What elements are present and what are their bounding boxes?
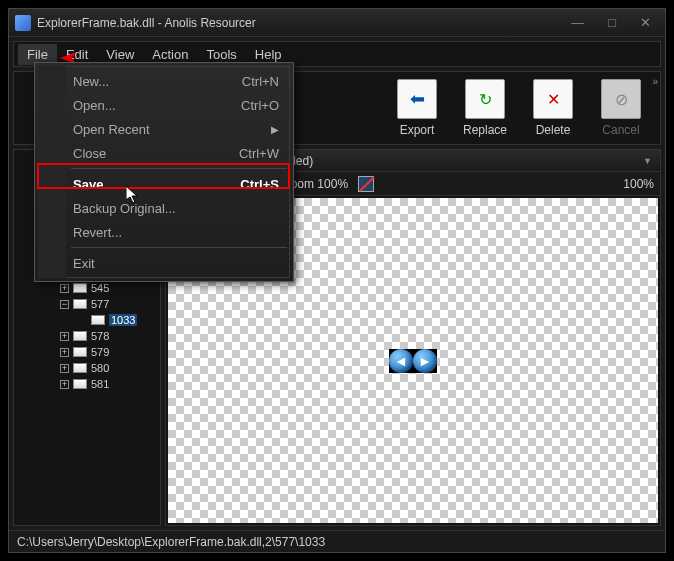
statusbar: C:\Users\Jerry\Desktop\ExplorerFrame.bak… (9, 530, 665, 552)
toolbar-overflow-icon[interactable]: » (652, 76, 658, 87)
menu-item-backup[interactable]: Backup Original... (39, 196, 289, 220)
cancel-button: ⊘ Cancel (590, 75, 652, 141)
menu-item-open[interactable]: Open... Ctrl+O (39, 93, 289, 117)
tree-expand-icon[interactable]: + (60, 284, 69, 293)
tree-expand-icon[interactable]: + (60, 380, 69, 389)
back-arrow-icon: ◄ (389, 349, 413, 373)
cancel-icon: ⊘ (601, 79, 641, 119)
export-icon: ⬅ (397, 79, 437, 119)
tree-item[interactable]: +545 (14, 280, 160, 296)
tree-label: 1033 (109, 314, 137, 326)
tree-item[interactable]: −577 (14, 296, 160, 312)
tree-label: 579 (91, 346, 109, 358)
forward-arrow-icon: ► (413, 349, 437, 373)
app-icon (15, 15, 31, 31)
tree-label: 581 (91, 378, 109, 390)
tree-expand-icon[interactable]: + (60, 364, 69, 373)
tree-expand-icon[interactable]: − (60, 300, 69, 309)
menu-item-revert[interactable]: Revert... (39, 220, 289, 244)
menu-separator (71, 168, 287, 169)
menu-item-close[interactable]: Close Ctrl+W (39, 141, 289, 165)
tree-item[interactable]: +578 (14, 328, 160, 344)
maximize-button[interactable]: □ (600, 13, 624, 32)
close-button[interactable]: ✕ (632, 13, 659, 32)
tree-label: 580 (91, 362, 109, 374)
tree-item[interactable]: +581 (14, 376, 160, 392)
replace-button[interactable]: ↻ Replace (454, 75, 516, 141)
resource-icon (73, 283, 87, 293)
resource-icon (91, 315, 105, 325)
tree-expand-icon[interactable]: + (60, 332, 69, 341)
resource-icon (73, 379, 87, 389)
window-title: ExplorerFrame.bak.dll - Anolis Resourcer (37, 16, 563, 30)
status-path: C:\Users\Jerry\Desktop\ExplorerFrame.bak… (17, 535, 325, 549)
menu-separator (71, 247, 287, 248)
toggle-bg-icon[interactable] (358, 176, 374, 192)
export-button[interactable]: ⬅ Export (386, 75, 448, 141)
tree-expand-icon[interactable]: + (60, 348, 69, 357)
delete-button[interactable]: ✕ Delete (522, 75, 584, 141)
menu-item-exit[interactable]: Exit (39, 251, 289, 275)
tree-label: 577 (91, 298, 109, 310)
tree-item[interactable]: 1033 (14, 312, 160, 328)
submenu-arrow-icon: ▶ (271, 124, 279, 135)
minimize-button[interactable]: — (563, 13, 592, 32)
tree-item[interactable]: +579 (14, 344, 160, 360)
menu-item-open-recent[interactable]: Open Recent ▶ (39, 117, 289, 141)
replace-icon: ↻ (465, 79, 505, 119)
chevron-down-icon: ▼ (643, 156, 652, 166)
resource-icon (73, 331, 87, 341)
delete-icon: ✕ (533, 79, 573, 119)
file-dropdown-menu: New... Ctrl+N Open... Ctrl+O Open Recent… (34, 62, 294, 282)
menu-item-save[interactable]: Save... Ctrl+S (39, 172, 289, 196)
tree-label: 545 (91, 282, 109, 294)
resource-icon (73, 347, 87, 357)
resource-icon (73, 299, 87, 309)
resource-icon (73, 363, 87, 373)
titlebar: ExplorerFrame.bak.dll - Anolis Resourcer… (9, 9, 665, 37)
menu-item-new[interactable]: New... Ctrl+N (39, 69, 289, 93)
zoom-value: 100% (623, 177, 654, 191)
resource-image: ◄ ► (389, 349, 437, 373)
tree-label: 578 (91, 330, 109, 342)
tree-item[interactable]: +580 (14, 360, 160, 376)
